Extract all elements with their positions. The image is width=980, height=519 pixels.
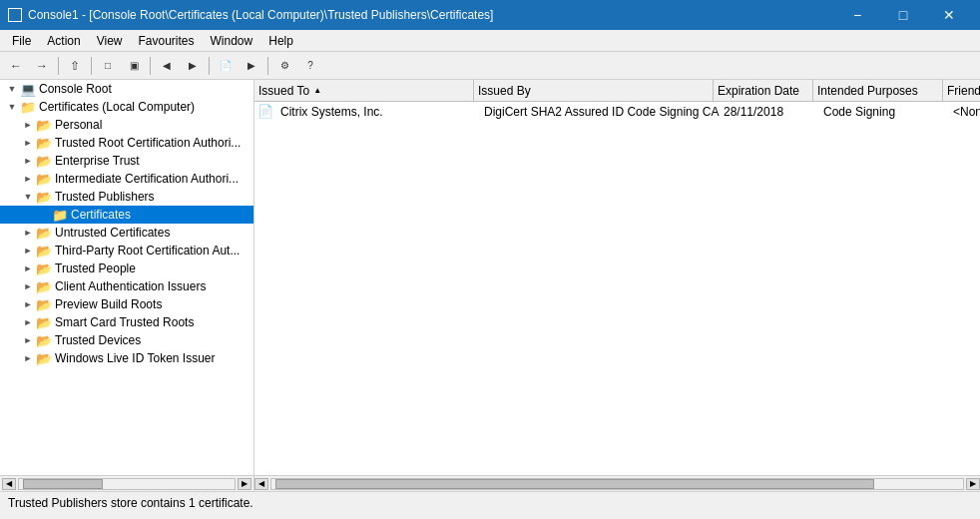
tree-node-local-computer[interactable]: ▼ 📁 Certificates (Local Computer) <box>0 98 253 116</box>
tb-properties[interactable]: ⚙ <box>272 55 296 77</box>
label-client-auth: Client Authentication Issuers <box>55 279 206 293</box>
tb-separator-4 <box>209 57 210 75</box>
tree-node-preview-build[interactable]: ► 📂 Preview Build Roots <box>0 295 253 313</box>
col-header-issued-to[interactable]: Issued To ▲ <box>254 80 474 101</box>
close-button[interactable]: ✕ <box>926 0 972 30</box>
icon-windows-live: 📂 <box>36 351 52 366</box>
tb-show-hide-console[interactable]: □ <box>96 55 120 77</box>
tree-node-windows-live[interactable]: ► 📂 Windows Live ID Token Issuer <box>0 349 253 367</box>
hscroll-right-arrow[interactable]: ▶ <box>966 478 980 490</box>
expand-trusted-devices[interactable]: ► <box>20 332 36 348</box>
cell-issued-to: Citrix Systems, Inc. <box>276 102 480 122</box>
tree-node-trusted-root[interactable]: ► 📂 Trusted Root Certification Authori..… <box>0 134 253 152</box>
tree-node-trusted-people[interactable]: ► 📂 Trusted People <box>0 260 253 277</box>
cell-purposes: Code Signing <box>819 102 949 122</box>
tree-node-smart-card[interactable]: ► 📂 Smart Card Trusted Roots <box>0 313 253 331</box>
tree-node-third-party[interactable]: ► 📂 Third-Party Root Certification Aut..… <box>0 242 253 260</box>
expand-personal[interactable]: ► <box>20 117 36 133</box>
icon-personal: 📂 <box>36 118 52 133</box>
menu-file[interactable]: File <box>4 30 39 51</box>
expand-console-root[interactable]: ▼ <box>4 81 20 97</box>
icon-intermediate: 📂 <box>36 172 52 187</box>
cell-issued-by: DigiCert SHA2 Assured ID Code Signing CA <box>480 102 720 122</box>
expand-smart-card[interactable]: ► <box>20 314 36 330</box>
icon-enterprise-trust: 📂 <box>36 154 52 169</box>
label-enterprise-trust: Enterprise Trust <box>55 154 140 168</box>
icon-console-root: 💻 <box>20 82 36 97</box>
hscroll-left-right-arrow[interactable]: ▶ <box>238 478 251 490</box>
tb-separator-3 <box>150 57 151 75</box>
tb-new-window[interactable]: ▣ <box>122 55 146 77</box>
col-header-purposes[interactable]: Intended Purposes <box>813 80 943 101</box>
tree-node-client-auth[interactable]: ► 📂 Client Authentication Issuers <box>0 277 253 295</box>
label-smart-card: Smart Card Trusted Roots <box>55 315 194 329</box>
hscroll-right: ◀ ▶ <box>254 476 980 491</box>
tree-node-enterprise-trust[interactable]: ► 📂 Enterprise Trust <box>0 152 253 170</box>
expand-trusted-publishers[interactable]: ▼ <box>20 189 36 205</box>
minimize-button[interactable]: − <box>834 0 880 30</box>
icon-trusted-people: 📂 <box>36 261 52 276</box>
menu-view[interactable]: View <box>89 30 131 51</box>
column-headers: Issued To ▲ Issued By Expiration Date In… <box>254 80 980 102</box>
label-local-computer: Certificates (Local Computer) <box>39 100 195 114</box>
cell-friendly-name: <None> <box>949 102 980 122</box>
label-windows-live: Windows Live ID Token Issuer <box>55 351 216 365</box>
hscroll-left-thumb[interactable] <box>23 479 103 489</box>
tree-panel[interactable]: ▼ 💻 Console Root ▼ 📁 Certificates (Local… <box>0 80 254 475</box>
hscroll-right-track[interactable] <box>270 478 964 490</box>
icon-local-computer: 📁 <box>20 100 36 115</box>
col-header-issued-by[interactable]: Issued By <box>474 80 714 101</box>
hscroll-left: ◀ ▶ <box>0 476 254 491</box>
expand-intermediate[interactable]: ► <box>20 171 36 187</box>
col-header-friendly-name-label: Friendly Name <box>947 84 980 98</box>
expand-enterprise-trust[interactable]: ► <box>20 153 36 169</box>
col-header-friendly-name[interactable]: Friendly Name <box>943 80 980 101</box>
hscroll-right-left-arrow[interactable]: ◀ <box>254 478 268 490</box>
tb-up[interactable]: ⇧ <box>63 55 87 77</box>
tb-action[interactable]: ▶ <box>240 55 263 77</box>
expand-local-computer[interactable]: ▼ <box>4 99 20 115</box>
tb-export[interactable]: 📄 <box>214 55 238 77</box>
expand-trusted-people[interactable]: ► <box>20 260 36 276</box>
window-controls: − □ ✕ <box>834 0 972 30</box>
tb-help[interactable]: ? <box>298 55 322 77</box>
icon-trusted-devices: 📂 <box>36 333 52 348</box>
expand-windows-live[interactable]: ► <box>20 350 36 366</box>
expand-third-party[interactable]: ► <box>20 243 36 259</box>
expand-untrusted[interactable]: ► <box>20 225 36 241</box>
tb-separator-5 <box>267 57 268 75</box>
maximize-button[interactable]: □ <box>880 0 926 30</box>
menu-help[interactable]: Help <box>260 30 301 51</box>
tb-back[interactable]: ← <box>4 55 28 77</box>
tb-forward[interactable]: → <box>30 55 54 77</box>
label-trusted-publishers: Trusted Publishers <box>55 190 155 204</box>
main-container: ▼ 💻 Console Root ▼ 📁 Certificates (Local… <box>0 80 980 475</box>
list-area[interactable]: 📄 Citrix Systems, Inc. DigiCert SHA2 Ass… <box>254 102 980 475</box>
expand-client-auth[interactable]: ► <box>20 278 36 294</box>
tb-forward2[interactable]: ▶ <box>181 55 205 77</box>
menu-favourites[interactable]: Favourites <box>131 30 203 51</box>
expand-preview-build[interactable]: ► <box>20 296 36 312</box>
menu-action[interactable]: Action <box>39 30 88 51</box>
tree-node-intermediate[interactable]: ► 📂 Intermediate Certification Authori..… <box>0 170 253 188</box>
tree-node-trusted-publishers[interactable]: ▼ 📂 Trusted Publishers <box>0 188 253 206</box>
tree-node-personal[interactable]: ► 📂 Personal <box>0 116 253 134</box>
expand-trusted-root[interactable]: ► <box>20 135 36 151</box>
tb-separator-2 <box>91 57 92 75</box>
col-header-expiration[interactable]: Expiration Date <box>714 80 813 101</box>
tree-node-trusted-devices[interactable]: ► 📂 Trusted Devices <box>0 331 253 349</box>
tree-node-untrusted[interactable]: ► 📂 Untrusted Certificates <box>0 224 253 242</box>
menu-window[interactable]: Window <box>203 30 261 51</box>
hscroll-left-track[interactable] <box>18 478 236 490</box>
hscroll-right-thumb[interactable] <box>275 479 874 489</box>
hscroll-left-arrow[interactable]: ◀ <box>2 478 16 490</box>
table-row[interactable]: 📄 Citrix Systems, Inc. DigiCert SHA2 Ass… <box>254 102 980 122</box>
menu-bar: File Action View Favourites Window Help <box>0 30 980 52</box>
label-personal: Personal <box>55 118 102 132</box>
right-panel: Issued To ▲ Issued By Expiration Date In… <box>254 80 980 475</box>
tree-node-console-root[interactable]: ▼ 💻 Console Root <box>0 80 253 98</box>
tree-node-certificates[interactable]: 📁 Certificates <box>0 206 253 224</box>
label-preview-build: Preview Build Roots <box>55 297 162 311</box>
tb-back2[interactable]: ◀ <box>155 55 179 77</box>
label-console-root: Console Root <box>39 82 112 96</box>
